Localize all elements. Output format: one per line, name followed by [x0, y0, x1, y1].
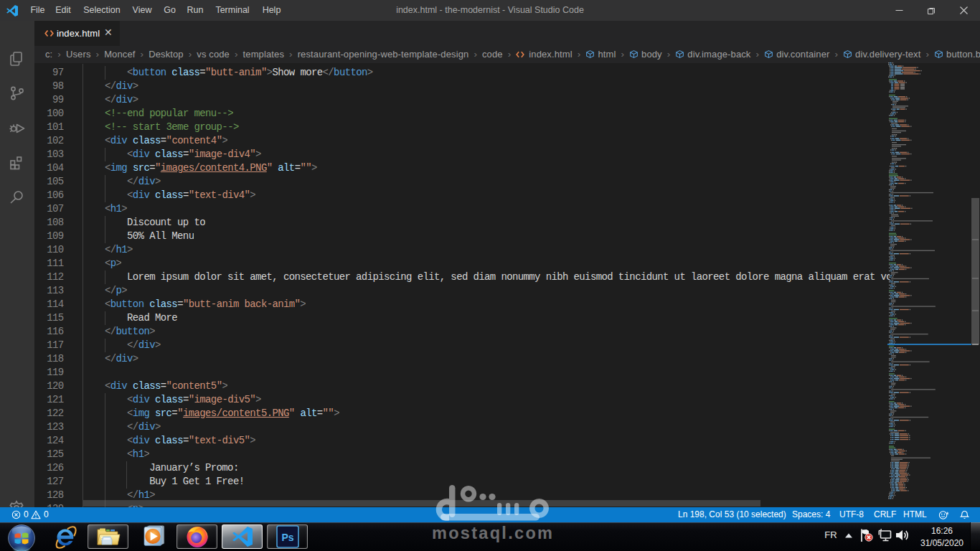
svg-text:mostaql.com: mostaql.com	[432, 524, 554, 542]
svg-text:Ps: Ps	[281, 532, 293, 543]
